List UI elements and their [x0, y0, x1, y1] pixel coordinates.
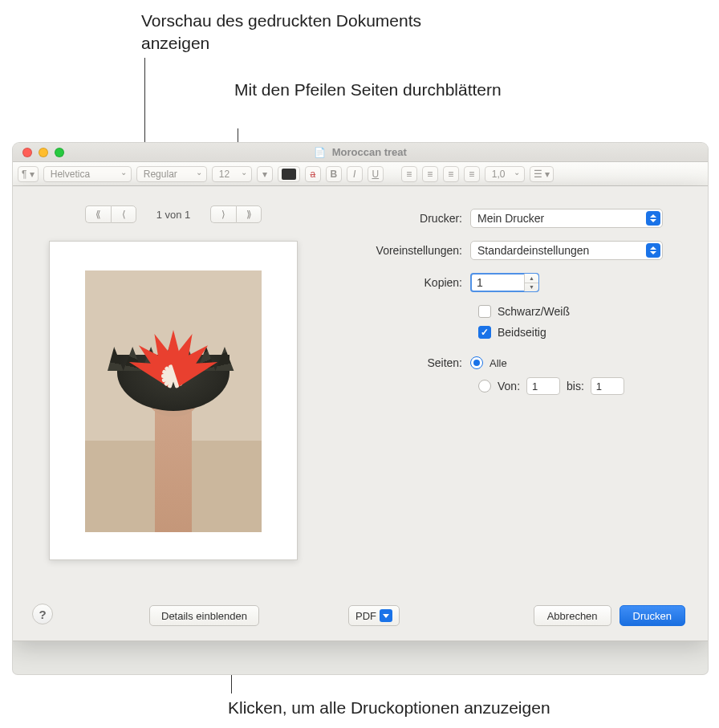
pages-from-label: Von: [498, 380, 520, 392]
copies-input[interactable]: 1 ▲ ▼ [470, 273, 539, 292]
paragraph-style-button[interactable]: ¶ ▾ [18, 166, 39, 182]
pages-to-label: bis: [567, 380, 584, 392]
font-size-dropdown[interactable]: ▾ [257, 166, 273, 182]
format-toolbar: ¶ ▾ Helvetica Regular 12 ▾ a B I U ≡ ≡ ≡… [13, 162, 708, 186]
pages-to-value: 1 [596, 380, 602, 392]
bw-label: Schwarz/Weiß [498, 305, 570, 318]
window-title-text: Moroccan treat [332, 146, 407, 158]
printer-value: Mein Drucker [477, 212, 544, 225]
copies-label: Kopien: [343, 276, 470, 289]
dialog-footer: PDF Abbrechen Drucken [348, 605, 685, 626]
page-preview [49, 241, 298, 560]
copies-value: 1 [477, 276, 483, 289]
cancel-button[interactable]: Abbrechen [534, 605, 611, 626]
pages-from-value: 1 [532, 380, 538, 392]
printer-label: Drucker: [343, 212, 470, 225]
align-right-button[interactable]: ≡ [443, 166, 459, 182]
presets-value: Standardeinstellungen [477, 244, 589, 257]
pdf-label: PDF [355, 610, 376, 622]
app-window: 📄 Moroccan treat ¶ ▾ Helvetica Regular 1… [13, 143, 708, 674]
callout-preview: Vorschau des gedruckten Dokuments anzeig… [141, 10, 446, 55]
preview-pane: ⟪ ⟨ 1 von 1 ⟩ ⟫ [13, 186, 334, 641]
strikethrough-button[interactable]: a [305, 166, 321, 182]
document-icon: 📄 [314, 147, 326, 158]
last-page-button[interactable]: ⟫ [236, 205, 262, 223]
show-details-button[interactable]: Details einblenden [149, 605, 259, 626]
italic-button[interactable]: I [347, 166, 363, 182]
help-button[interactable]: ? [32, 604, 53, 624]
callout-details: Klicken, um alle Druckoptionen anzuzeige… [228, 697, 677, 719]
font-style-select[interactable]: Regular [136, 166, 207, 182]
list-style-button[interactable]: ☰ ▾ [530, 166, 554, 182]
pager-back-group: ⟪ ⟨ [85, 205, 136, 223]
print-button[interactable]: Drucken [619, 605, 685, 626]
chevron-updown-icon [646, 243, 660, 258]
duplex-label: Beidseitig [498, 326, 546, 339]
pages-from-input[interactable]: 1 [526, 377, 560, 395]
document-photo [85, 270, 262, 532]
duplex-checkbox[interactable] [478, 326, 491, 339]
next-page-button[interactable]: ⟩ [210, 205, 236, 223]
pages-to-input[interactable]: 1 [591, 377, 624, 395]
bw-checkbox[interactable] [478, 305, 491, 318]
print-dialog: ⟪ ⟨ 1 von 1 ⟩ ⟫ [13, 186, 708, 641]
font-size-value: 12 [219, 169, 230, 180]
printer-select[interactable]: Mein Drucker [470, 209, 663, 228]
color-swatch-icon [282, 169, 296, 180]
first-page-button[interactable]: ⟪ [85, 205, 111, 223]
print-options-pane: Drucker: Mein Drucker Voreinstellungen: … [334, 186, 708, 641]
underline-button[interactable]: U [368, 166, 384, 182]
prev-page-button[interactable]: ⟨ [111, 205, 136, 223]
pages-all-label: Alle [489, 357, 507, 369]
align-center-button[interactable]: ≡ [422, 166, 438, 182]
titlebar: 📄 Moroccan treat [13, 143, 708, 162]
page-navigator: ⟪ ⟨ 1 von 1 ⟩ ⟫ [32, 205, 315, 223]
pages-all-radio[interactable] [470, 356, 483, 369]
font-style-value: Regular [144, 169, 177, 180]
stepper-up-icon[interactable]: ▲ [525, 274, 538, 283]
pages-label: Seiten: [343, 356, 470, 369]
font-family-select[interactable]: Helvetica [43, 166, 132, 182]
presets-label: Voreinstellungen: [343, 244, 470, 257]
stepper-down-icon[interactable]: ▼ [525, 283, 538, 292]
chevron-updown-icon [646, 211, 660, 226]
bold-button[interactable]: B [326, 166, 342, 182]
line-spacing-value: 1,0 [492, 169, 506, 180]
font-family-value: Helvetica [51, 169, 90, 180]
copies-stepper[interactable]: ▲ ▼ [524, 274, 538, 291]
presets-select[interactable]: Standardeinstellungen [470, 241, 663, 260]
chevron-down-icon [380, 609, 392, 622]
pages-range-radio[interactable] [478, 380, 491, 392]
pdf-menu-button[interactable]: PDF [348, 605, 400, 626]
callout-arrows: Mit den Pfeilen Seiten durchblättern [234, 79, 523, 101]
text-color-button[interactable] [278, 166, 300, 182]
align-left-button[interactable]: ≡ [401, 166, 417, 182]
window-title: 📄 Moroccan treat [13, 146, 708, 158]
line-spacing-select[interactable]: 1,0 [485, 166, 525, 182]
page-indicator: 1 von 1 [149, 209, 197, 221]
font-size-select[interactable]: 12 [212, 166, 252, 182]
photo-melon [106, 307, 241, 376]
pager-forward-group: ⟩ ⟫ [210, 205, 262, 223]
align-justify-button[interactable]: ≡ [464, 166, 480, 182]
